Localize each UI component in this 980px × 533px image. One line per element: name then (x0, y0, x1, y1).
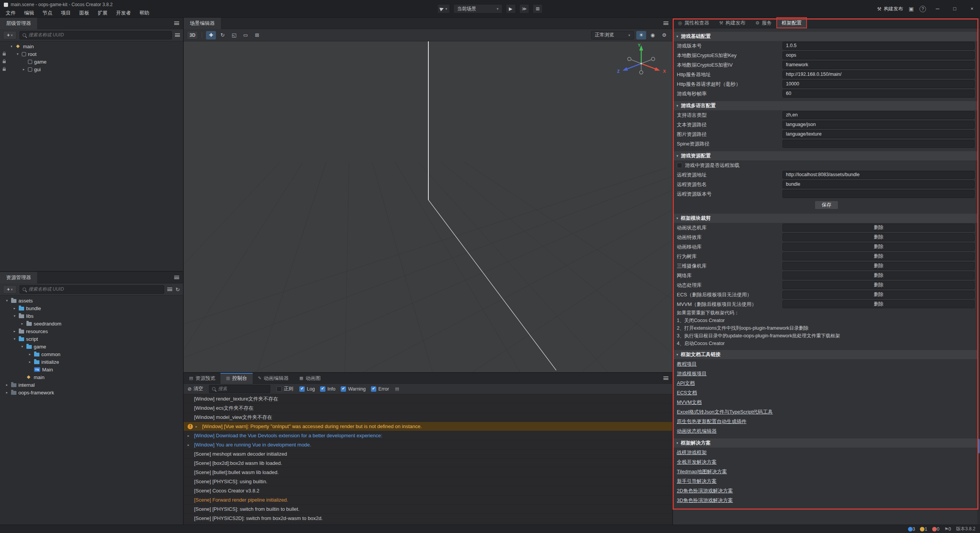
layout-button[interactable]: ⊞ (533, 4, 543, 13)
build-publish-button[interactable]: ⚒ 构建发布 (877, 6, 903, 12)
asset-row[interactable]: ▾ libs (0, 312, 183, 320)
console-tab[interactable]: ✎ 动画编辑器 (253, 373, 294, 384)
filter-checkbox[interactable] (320, 386, 325, 392)
menu-item[interactable]: 项目 (57, 8, 75, 18)
package-icon[interactable]: ▣ (909, 6, 914, 12)
assets-panel-tab[interactable]: 资源管理器 (0, 272, 37, 283)
asset-row[interactable]: main (0, 373, 183, 381)
create-asset-button[interactable]: + ▾ (3, 285, 16, 294)
log-row[interactable]: [Scene] [PHYSICS2D]: switch from box2d-w… (184, 514, 672, 523)
view-mode-select[interactable]: 正常浏览 ▾ (591, 31, 634, 39)
doc-link[interactable]: 原生包热更新配置自动生成插件 (677, 418, 746, 425)
menu-item[interactable]: 编辑 (20, 8, 38, 18)
delete-module-button[interactable]: 删除 (782, 224, 975, 232)
delete-module-button[interactable]: 删除 (782, 233, 975, 241)
view-gizmo[interactable]: Y X Z (612, 41, 670, 87)
filter-checkbox[interactable] (371, 386, 376, 392)
field-input[interactable]: http://localhost:8083/assets/bundle (782, 171, 975, 179)
log-filter[interactable]: Info (320, 386, 335, 392)
expand-arrow-icon[interactable]: ▾ (5, 299, 9, 302)
hierarchy-search-input[interactable]: 搜索名称或 UUID (20, 31, 172, 39)
solution-link[interactable]: 战棋游戏框架 (677, 449, 707, 456)
warning-count-badge[interactable]: 1 (920, 526, 927, 532)
create-node-button[interactable]: + ▾ (3, 31, 16, 39)
solution-link[interactable]: 3D角色扮演游戏解决方案 (677, 497, 733, 504)
doc-link[interactable]: 游戏模板项目 (677, 370, 707, 377)
solution-link[interactable]: Tiledmap地图解决方案 (677, 468, 727, 475)
filter-icon[interactable] (175, 33, 180, 37)
menu-item[interactable]: 帮助 (135, 8, 154, 18)
log-filter[interactable]: Warning (341, 386, 366, 392)
info-count-badge[interactable]: 3 (908, 526, 915, 532)
field-input[interactable] (782, 190, 975, 198)
log-row[interactable]: ▸ [Window] Download the Vue Devtools ext… (184, 431, 672, 440)
delete-module-button[interactable]: 删除 (782, 271, 975, 280)
asset-row[interactable]: ▸ common (0, 350, 183, 358)
asset-row[interactable]: ▾ assets (0, 297, 183, 304)
maximize-button[interactable]: □ (949, 0, 960, 18)
log-filter[interactable]: Log (299, 386, 315, 392)
console-tab[interactable]: ▦ 动画图 (294, 373, 326, 384)
save-button[interactable]: 保存 (815, 201, 838, 209)
log-row[interactable]: ▸ [Window] [Vue warn]: Property "onInput… (184, 422, 672, 431)
assets-search-input[interactable]: 搜索名称或 UUID (20, 285, 164, 294)
expand-arrow-icon[interactable]: ▾ (20, 345, 24, 348)
expand-arrow-icon[interactable]: ▸ (21, 67, 26, 71)
log-row[interactable]: ▸ [Window] You are running Vue in develo… (184, 440, 672, 450)
delete-module-button[interactable]: 删除 (782, 281, 975, 289)
delete-module-button[interactable]: 删除 (782, 243, 975, 251)
filter-checkbox[interactable] (299, 386, 305, 392)
step-button[interactable]: ≫ (519, 4, 529, 13)
asset-row[interactable]: ▸ seedrandom (0, 320, 183, 327)
section-header-i18n[interactable]: ▾ 游戏多语言配置 (673, 101, 980, 110)
expand-arrow-icon[interactable]: ▸ (5, 391, 9, 394)
asset-row[interactable]: ▸ bundle (0, 304, 183, 312)
asset-row[interactable]: ▸ initialize (0, 358, 183, 366)
notification-badge[interactable]: ⚑ 0 (944, 526, 951, 532)
field-input[interactable]: language/json (782, 121, 975, 129)
menu-item[interactable]: 面板 (75, 8, 93, 18)
filter-checkbox[interactable] (341, 386, 346, 392)
hierarchy-node-row[interactable]: ▾ main (0, 43, 183, 50)
transform-tool-button[interactable]: ↻ (217, 31, 227, 39)
console-tab[interactable]: ▥ 控制台 (220, 373, 252, 384)
remote-load-checkbox[interactable] (677, 163, 682, 168)
expand-arrow-icon[interactable]: ▸ (28, 360, 32, 364)
error-count-badge[interactable]: 0 (932, 526, 939, 532)
field-input[interactable]: http://192.168.0.150/main/ (782, 70, 975, 78)
expand-arrow-icon[interactable]: ▸ (12, 329, 17, 333)
solution-link[interactable]: 全栈开发解决方案 (677, 459, 717, 466)
expand-arrow-icon[interactable]: ▸ (196, 425, 199, 428)
delete-module-button[interactable]: 删除 (782, 262, 975, 270)
asset-row[interactable]: Main (0, 366, 183, 373)
doc-link[interactable]: Excel格式转Json文件与TypeScript代码工具 (677, 409, 773, 415)
field-input[interactable]: language/texture (782, 130, 975, 138)
transform-tool-button[interactable]: ▭ (240, 31, 250, 39)
field-input[interactable]: framework (782, 61, 975, 69)
scene-editor-tab[interactable]: 场景编辑器 (184, 18, 221, 29)
asset-row[interactable]: ▸ resources (0, 327, 183, 335)
expand-arrow-icon[interactable]: ▸ (188, 443, 191, 447)
field-input[interactable]: zh,en (782, 111, 975, 119)
tab-build-publish[interactable]: ⚒ 构建发布 (714, 18, 750, 28)
expand-arrow-icon[interactable]: ▾ (12, 337, 17, 341)
section-header-docs[interactable]: ▾ 框架文档工具链接 (673, 350, 980, 359)
scene-select[interactable]: 当前场景 ▾ (453, 4, 502, 13)
delete-module-button[interactable]: 删除 (782, 300, 975, 308)
section-header-modules[interactable]: ▾ 框架模块裁剪 (673, 214, 980, 223)
console-tab[interactable]: ▤ 资源预览 (184, 373, 220, 384)
section-header-solutions[interactable]: ▾ 框架解决方案 (673, 438, 980, 448)
log-row[interactable]: [Window] ecs文件夹不存在 (184, 404, 672, 413)
log-row[interactable]: [Scene] meshopt wasm decoder initialized (184, 450, 672, 459)
panel-menu-icon[interactable] (663, 376, 668, 380)
section-header-basic[interactable]: ▾ 游戏基础配置 (673, 32, 980, 41)
transform-tool-button[interactable]: ⊞ (252, 31, 262, 39)
tab-services[interactable]: ⚙ 服务 (750, 18, 777, 28)
asset-row[interactable]: ▾ script (0, 335, 183, 343)
hierarchy-panel-tab[interactable]: 层级管理器 (0, 18, 37, 29)
section-header-resources[interactable]: ▾ 游戏资源配置 (673, 151, 980, 160)
field-input[interactable]: oops (782, 51, 975, 59)
field-input[interactable]: 10000 (782, 80, 975, 88)
transform-tool-button[interactable]: ✚ (206, 31, 216, 39)
play-button[interactable]: ▶ (506, 4, 516, 13)
